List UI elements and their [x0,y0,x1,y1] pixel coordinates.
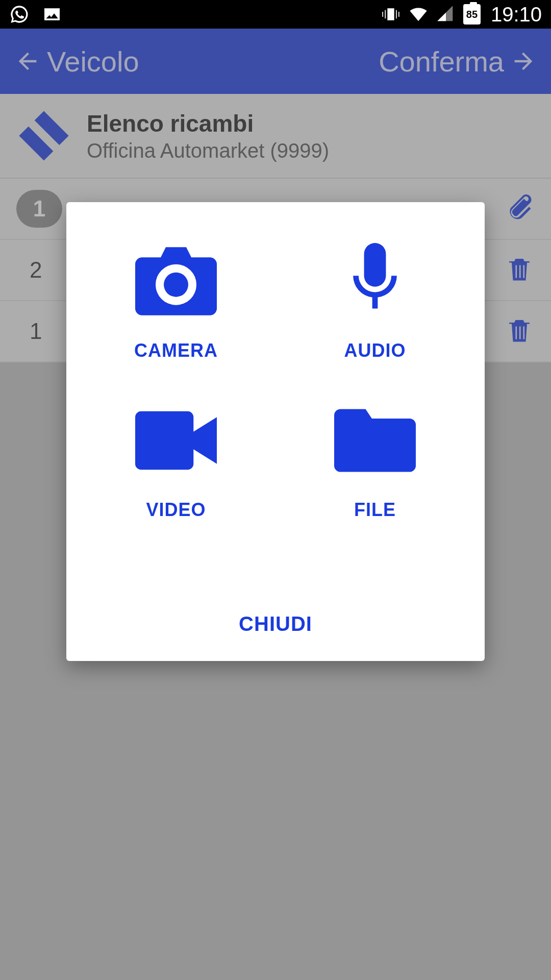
android-status-bar: 85 19:10 [0,0,551,29]
status-left [9,4,62,24]
close-label: CHIUDI [239,612,312,635]
option-audio[interactable]: AUDIO [286,243,464,361]
option-label: FILE [354,499,396,521]
gallery-icon [42,4,62,24]
attachment-options-grid: CAMERA AUDIO VIDEO FILE [87,243,464,521]
status-right: 85 19:10 [381,3,542,26]
option-label: VIDEO [146,499,206,521]
battery-icon: 85 [463,4,481,24]
camera-icon [135,243,217,320]
option-video[interactable]: VIDEO [87,402,265,521]
video-camera-icon [135,402,217,479]
folder-icon [334,402,416,479]
vibrate-icon [381,4,401,24]
option-file[interactable]: FILE [286,402,464,521]
battery-level: 85 [466,9,478,20]
whatsapp-icon [9,4,30,24]
status-time: 19:10 [491,3,542,26]
modal-scrim[interactable]: CAMERA AUDIO VIDEO FILE [0,29,551,980]
attachment-dialog: CAMERA AUDIO VIDEO FILE [66,202,485,661]
wifi-icon [408,4,429,24]
microphone-icon [334,243,416,320]
close-button[interactable]: CHIUDI [87,602,464,646]
option-label: AUDIO [344,340,406,361]
option-camera[interactable]: CAMERA [87,243,265,361]
cell-signal-icon [436,4,456,24]
option-label: CAMERA [134,340,218,361]
